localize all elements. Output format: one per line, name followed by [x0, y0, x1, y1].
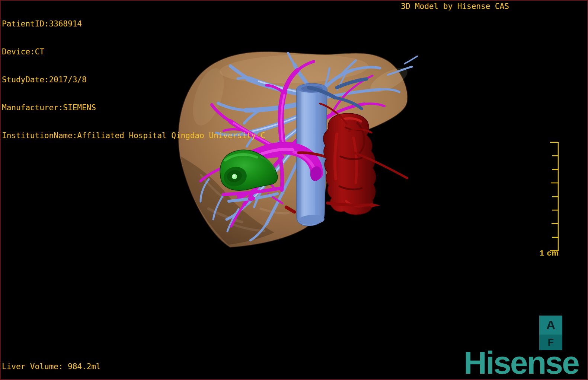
study-date-line: StudyDate:2017/3/8 — [2, 75, 265, 85]
liver-volume-readout: Liver Volume: 984.2ml — [2, 362, 101, 371]
device-line: Device:CT — [2, 47, 265, 57]
patient-info-overlay: PatientID:3368914 Device:CT StudyDate:20… — [2, 1, 265, 150]
manufacturer-line: Manufacturer:SIEMENS — [2, 103, 265, 113]
scale-bar-label: 1 cm — [540, 248, 559, 257]
institution-line: InstitutionName:Affiliated Hospital Qing… — [2, 131, 265, 140]
scale-bar — [550, 142, 558, 251]
hisense-logo: Hisense — [464, 346, 579, 379]
watermark-title: 3D Model by Hisense CAS — [401, 2, 509, 11]
patient-id-line: PatientID:3368914 — [2, 19, 265, 29]
orientation-anterior-label[interactable]: A — [539, 316, 562, 335]
